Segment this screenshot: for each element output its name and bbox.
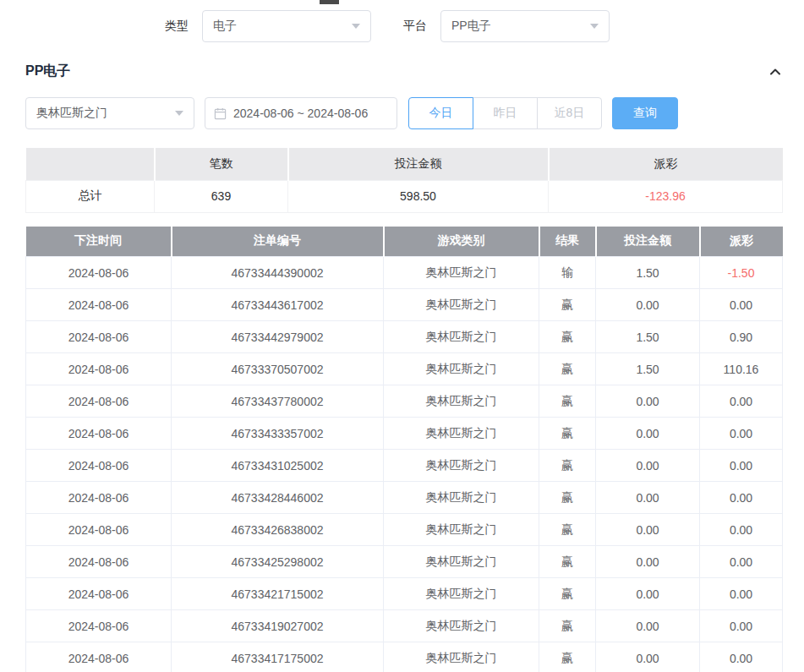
cell-payout: 0.00 (700, 610, 783, 642)
last-8-days-button[interactable]: 近8日 (537, 97, 602, 129)
today-button[interactable]: 今日 (408, 97, 473, 129)
cell-bet-time: 2024-08-06 (26, 610, 172, 642)
cell-game-type: 奥林匹斯之门 (384, 321, 539, 353)
cell-game-type: 奥林匹斯之门 (384, 385, 539, 418)
table-row: 2024-08-0646733370507002奥林匹斯之门赢1.50110.1… (26, 353, 783, 385)
game-select[interactable]: 奥林匹斯之门 (25, 97, 194, 129)
table-row: 2024-08-0646733433357002奥林匹斯之门赢0.000.00 (26, 418, 783, 450)
cell-game-type: 奥林匹斯之门 (384, 482, 539, 514)
yesterday-button[interactable]: 昨日 (473, 97, 538, 129)
table-row: 2024-08-0646733421715002奥林匹斯之门赢0.000.00 (26, 578, 783, 610)
collapse-chevron-up-icon[interactable] (768, 65, 782, 79)
chevron-down-icon (175, 111, 183, 116)
cell-order-id: 46733428446002 (172, 482, 384, 514)
cell-bet-time: 2024-08-06 (26, 257, 172, 289)
section-header: PP电子 (25, 63, 782, 80)
section-title: PP电子 (25, 63, 70, 80)
cell-order-id: 46733417175002 (172, 642, 384, 672)
table-row: 2024-08-0646733428446002奥林匹斯之门赢0.000.00 (26, 482, 783, 514)
platform-select[interactable]: PP电子 (440, 10, 610, 42)
type-select[interactable]: 电子 (202, 10, 371, 42)
cell-result: 赢 (539, 610, 596, 642)
filter-bar: 奥林匹斯之门 2024-08-06 ~ 2024-08-06 今日 昨日 近8日… (25, 97, 782, 129)
cell-payout: 0.00 (700, 642, 783, 672)
summary-header-row: 笔数 投注金额 派彩 (26, 148, 783, 180)
cell-payout: 0.00 (700, 385, 783, 418)
summary-table: 笔数 投注金额 派彩 总计 639 598.50 -123.96 (25, 148, 783, 213)
cell-bet-time: 2024-08-06 (26, 289, 172, 321)
type-label: 类型 (165, 19, 189, 34)
cell-game-type: 奥林匹斯之门 (384, 546, 539, 578)
table-row: 2024-08-0646733426838002奥林匹斯之门赢0.000.00 (26, 514, 783, 546)
cell-bet-time: 2024-08-06 (26, 321, 172, 353)
header-game-type: 游戏类别 (384, 227, 539, 257)
header-order-id: 注单编号 (172, 227, 384, 257)
cell-game-type: 奥林匹斯之门 (384, 610, 539, 642)
cell-payout: 0.00 (700, 546, 783, 578)
top-filter-bar: 类型 电子 平台 PP电子 (0, 0, 804, 42)
cell-result: 赢 (539, 514, 596, 546)
chevron-down-icon (352, 24, 360, 29)
calendar-icon (214, 107, 227, 120)
cell-result: 赢 (539, 289, 596, 321)
platform-label: 平台 (403, 19, 427, 34)
header-bet-time: 下注时间 (26, 227, 172, 257)
cell-result: 赢 (539, 450, 596, 482)
cell-game-type: 奥林匹斯之门 (384, 418, 539, 450)
cell-game-type: 奥林匹斯之门 (384, 642, 539, 672)
quick-range-group: 今日 昨日 近8日 (408, 97, 602, 129)
cell-result: 赢 (539, 578, 596, 610)
cell-bet-amount: 0.00 (596, 482, 700, 514)
platform-select-value: PP电子 (451, 19, 491, 34)
cell-result: 赢 (539, 385, 596, 418)
game-select-value: 奥林匹斯之门 (36, 106, 107, 121)
cell-order-id: 46733442979002 (172, 321, 384, 353)
header-bet-amount: 投注金额 (596, 227, 700, 257)
cell-bet-time: 2024-08-06 (26, 642, 172, 672)
cell-bet-time: 2024-08-06 (26, 482, 172, 514)
summary-total-label: 总计 (26, 180, 155, 212)
summary-total-row: 总计 639 598.50 -123.96 (26, 180, 783, 212)
search-button[interactable]: 查询 (612, 97, 678, 129)
header-result: 结果 (539, 227, 596, 257)
summary-payout-value: -123.96 (549, 180, 783, 212)
cell-order-id: 46733433357002 (172, 418, 384, 450)
date-range-value: 2024-08-06 ~ 2024-08-06 (233, 107, 368, 120)
cell-bet-time: 2024-08-06 (26, 546, 172, 578)
cell-payout: 0.00 (700, 514, 783, 546)
cell-order-id: 46733431025002 (172, 450, 384, 482)
table-row: 2024-08-0646733443617002奥林匹斯之门赢0.000.00 (26, 289, 783, 321)
cell-payout: 0.00 (700, 578, 783, 610)
cell-order-id: 46733419027002 (172, 610, 384, 642)
cell-payout: 0.90 (700, 321, 783, 353)
summary-count-value: 639 (155, 180, 288, 212)
cell-bet-amount: 1.50 (596, 353, 700, 385)
date-range-picker[interactable]: 2024-08-06 ~ 2024-08-06 (205, 97, 397, 129)
cell-bet-amount: 1.50 (596, 321, 700, 353)
cell-bet-amount: 0.00 (596, 514, 700, 546)
cell-order-id: 46733437780002 (172, 385, 384, 418)
detail-table-body: 2024-08-0646733444390002奥林匹斯之门输1.50-1.50… (26, 257, 783, 672)
cell-bet-amount: 0.00 (596, 450, 700, 482)
cell-result: 赢 (539, 418, 596, 450)
cell-payout: 0.00 (700, 289, 783, 321)
table-row: 2024-08-0646733419027002奥林匹斯之门赢0.000.00 (26, 610, 783, 642)
cell-bet-time: 2024-08-06 (26, 514, 172, 546)
table-row: 2024-08-0646733425298002奥林匹斯之门赢0.000.00 (26, 546, 783, 578)
table-row: 2024-08-0646733437780002奥林匹斯之门赢0.000.00 (26, 385, 783, 418)
cell-order-id: 46733425298002 (172, 546, 384, 578)
cell-bet-time: 2024-08-06 (26, 450, 172, 482)
cell-payout: -1.50 (700, 257, 783, 289)
cell-bet-amount: 0.00 (596, 289, 700, 321)
cell-bet-time: 2024-08-06 (26, 418, 172, 450)
cell-result: 赢 (539, 642, 596, 672)
cell-bet-amount: 0.00 (596, 610, 700, 642)
summary-header-empty (26, 148, 155, 180)
cell-bet-amount: 0.00 (596, 642, 700, 672)
cell-game-type: 奥林匹斯之门 (384, 578, 539, 610)
cell-payout: 0.00 (700, 482, 783, 514)
cell-payout: 0.00 (700, 418, 783, 450)
table-row: 2024-08-0646733417175002奥林匹斯之门赢0.000.00 (26, 642, 783, 672)
cell-game-type: 奥林匹斯之门 (384, 257, 539, 289)
cell-result: 赢 (539, 482, 596, 514)
